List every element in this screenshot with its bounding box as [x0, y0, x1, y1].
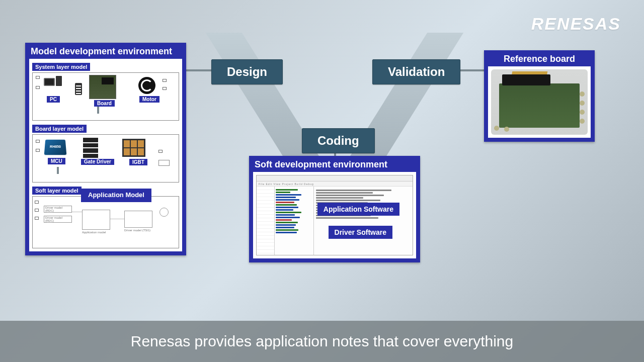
panel-reference-board: Reference board: [484, 50, 595, 142]
panel-model-dev-env: Model development environment System lay…: [25, 43, 186, 255]
stage-validation: Validation: [372, 59, 460, 84]
brand-logo: RENESAS: [531, 14, 621, 34]
igbt-icon: [122, 139, 145, 157]
connector: [185, 69, 214, 71]
panel-title: Soft development environment: [251, 157, 419, 172]
badge-app-software: Application Software: [317, 203, 399, 216]
mcu-icon: RH850: [44, 140, 67, 155]
reference-board-photo: [491, 69, 588, 135]
stage-coding: Coding: [302, 128, 375, 153]
label-gate: Gate Driver: [81, 159, 114, 165]
gate-driver-icon: [83, 138, 98, 158]
badge-driver-software: Driver Software: [329, 226, 392, 239]
system-layer-box: PC Board Motor: [32, 72, 179, 121]
soft-layer-box: Driver model (RDC) Driver model (RDC) Ap…: [32, 196, 179, 248]
motor-icon: [138, 77, 155, 94]
label-board: Board: [94, 100, 115, 107]
board-icon: [89, 75, 116, 99]
badge-application-model: Application Model: [81, 189, 151, 202]
caption-bar: Renesas provides application notes that …: [0, 321, 644, 362]
stage-design: Design: [211, 59, 283, 84]
caption-text: Renesas provides application notes that …: [131, 333, 513, 350]
panel-soft-dev-env: Soft development environment File Edit V…: [249, 156, 420, 262]
band-system-layer: System layer model: [32, 63, 90, 71]
block-driver-tsg: Driver model (TSG): [124, 229, 150, 232]
panel-title: Reference board: [486, 52, 593, 66]
band-board-layer: Board layer model: [32, 125, 87, 133]
label-pc: PC: [47, 96, 60, 103]
label-mcu: MCU: [48, 158, 65, 164]
label-igbt: IGBT: [129, 159, 147, 165]
label-motor: Motor: [139, 96, 159, 103]
block-driver-rdc2: Driver model (RDC): [44, 216, 72, 223]
block-app-model: Application model: [82, 231, 106, 234]
block-driver-rdc: Driver model (RDC): [44, 206, 72, 213]
board-layer-box: RH850 MCU Gate Driver IGBT: [32, 134, 179, 183]
band-soft-layer: Soft layer model: [32, 187, 82, 195]
ide-screenshot: File Edit View Project Build Debug: [256, 175, 413, 255]
panel-title: Model development environment: [27, 44, 185, 59]
